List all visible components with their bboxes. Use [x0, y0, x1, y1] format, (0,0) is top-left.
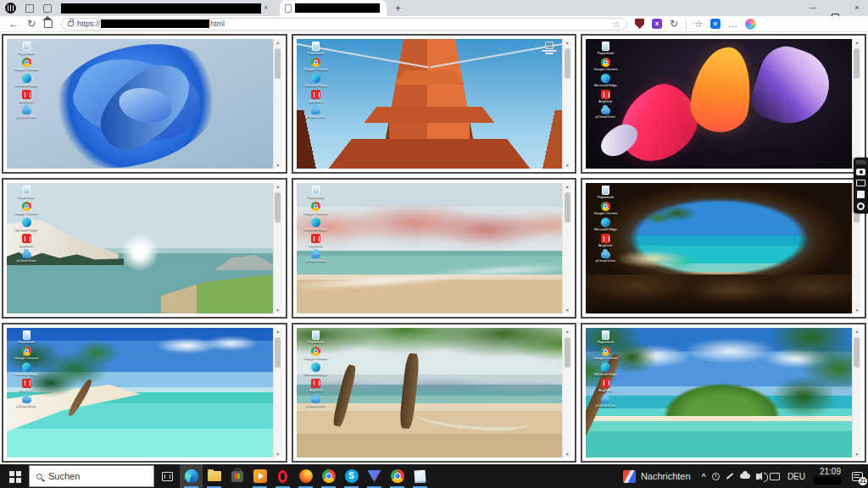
desktop-icon-edge[interactable]: Microsoft Edge	[589, 218, 621, 231]
volume-icon[interactable]	[756, 474, 760, 480]
desktop-icon-anydesk[interactable]: AnyDesk	[10, 379, 42, 392]
scrollbar-track[interactable]	[563, 46, 571, 162]
scrollbar-track[interactable]	[853, 46, 861, 162]
desktop-cell-sunset-beach-clouds[interactable]: PapierkorbGoogle ChromeMicrosoft EdgeAny…	[292, 178, 577, 318]
cell-scrollbar[interactable]: ▲▼	[852, 328, 861, 458]
taskbar-app-firefox[interactable]	[294, 464, 317, 488]
scrollbar-track[interactable]	[274, 46, 282, 162]
desktop-icon-chrome[interactable]: Google Chrome	[300, 347, 332, 360]
desktop-icon-chrome[interactable]: Google Chrome	[300, 58, 332, 71]
task-view-button[interactable]	[154, 464, 180, 488]
tray-pen-icon[interactable]	[726, 473, 733, 480]
taskbar-app-chrome[interactable]	[317, 464, 340, 488]
taskbar-app-file-explorer[interactable]	[203, 464, 225, 488]
desktop-icon-pcloud[interactable]: pCloud Drive	[10, 106, 42, 119]
gear-icon[interactable]	[857, 202, 865, 210]
desktop-corner-icon[interactable]	[542, 42, 557, 54]
scrollbar-track[interactable]	[274, 190, 282, 306]
desktop-icon-edge[interactable]: Microsoft Edge	[10, 363, 42, 376]
scroll-down-icon[interactable]: ▼	[565, 451, 570, 458]
desktop-icon-edge[interactable]: Microsoft Edge	[10, 218, 42, 231]
desktop-cell-palms-green-island[interactable]: PapierkorbGoogle ChromeMicrosoft EdgeAny…	[581, 323, 866, 463]
desktop-icon-anydesk[interactable]: AnyDesk	[300, 234, 332, 247]
taskbar-app-triangle-app[interactable]	[363, 464, 386, 488]
tab-inactive[interactable]: ×	[61, 3, 275, 14]
scrollbar-thumb[interactable]	[275, 192, 281, 223]
desktop-icon-recycle-bin[interactable]: Papierkorb	[589, 330, 621, 344]
cell-scrollbar[interactable]: ▲▼	[273, 328, 282, 458]
cell-scrollbar[interactable]: ▲▼	[273, 183, 282, 313]
cell-scrollbar[interactable]: ▲▼	[562, 328, 571, 458]
desktop-icon-anydesk[interactable]: AnyDesk	[10, 90, 42, 103]
desktop-icon-recycle-bin[interactable]: Papierkorb	[589, 42, 621, 55]
desktop-cell-windows-11-bloom[interactable]: PapierkorbGoogle ChromeMicrosoft EdgeAny…	[2, 34, 287, 174]
sidebar-icon[interactable]: e	[710, 19, 721, 29]
scroll-up-icon[interactable]: ▲	[275, 39, 280, 46]
desktop-icon-chrome[interactable]: Google Chrome	[589, 347, 621, 360]
desktop-icon-chrome[interactable]: Google Chrome	[300, 202, 332, 215]
scrollbar-thumb[interactable]	[275, 337, 281, 368]
language-indicator[interactable]: DEU	[784, 472, 809, 481]
news-widget[interactable]: Nachrichten	[616, 464, 698, 488]
scroll-up-icon[interactable]: ▲	[275, 328, 280, 335]
desktop-cell-hammock-palms-beach[interactable]: PapierkorbGoogle ChromeMicrosoft EdgeAny…	[292, 323, 577, 463]
onedrive-icon[interactable]	[740, 474, 750, 479]
desktop-icon-edge[interactable]: Microsoft Edge	[300, 363, 332, 376]
extension-icon[interactable]: x	[652, 19, 662, 29]
desktop-cell-palm-beach-turquoise[interactable]: PapierkorbGoogle ChromeMicrosoft EdgeAny…	[2, 323, 287, 463]
taskbar-clock[interactable]: 21:09	[809, 468, 846, 485]
minimize-button[interactable]: —	[802, 0, 824, 16]
scroll-down-icon[interactable]: ▼	[275, 162, 280, 169]
scroll-down-icon[interactable]: ▼	[855, 307, 860, 313]
address-bar[interactable]: https:// html ☆	[61, 18, 627, 30]
desktop-icon-recycle-bin[interactable]: Papierkorb	[10, 42, 42, 55]
desktop-icon-anydesk[interactable]: AnyDesk	[300, 90, 332, 103]
desktop-icon-pcloud[interactable]: pCloud Drive	[10, 250, 42, 263]
copilot-icon[interactable]	[745, 19, 756, 30]
desktop-icon-edge[interactable]: Microsoft Edge	[589, 363, 621, 376]
more-menu-icon[interactable]: …	[728, 22, 737, 25]
scrollbar-thumb[interactable]	[854, 337, 860, 368]
desktop-icon-chrome[interactable]: Google Chrome	[589, 202, 621, 215]
desktop-icon-edge[interactable]: Microsoft Edge	[589, 74, 621, 87]
scroll-down-icon[interactable]: ▼	[275, 451, 280, 458]
rotate-extension-icon[interactable]: ↻	[670, 19, 678, 29]
desktop-icon-edge[interactable]: Microsoft Edge	[10, 74, 42, 87]
scroll-up-icon[interactable]: ▲	[565, 328, 570, 335]
taskbar-app-opera[interactable]	[271, 464, 294, 488]
desktop-icon-chrome[interactable]: Google Chrome	[10, 202, 42, 215]
scroll-up-icon[interactable]: ▲	[855, 39, 860, 46]
desktop-icon-recycle-bin[interactable]: Papierkorb	[300, 330, 332, 344]
desktop-icon-anydesk[interactable]: AnyDesk	[589, 379, 621, 392]
back-button[interactable]: ←	[8, 19, 19, 29]
desktop-icon-recycle-bin[interactable]: Papierkorb	[300, 186, 332, 199]
close-button[interactable]: ×	[846, 0, 868, 16]
tab-close-icon[interactable]: ×	[264, 4, 268, 12]
adblock-shield-icon[interactable]	[635, 19, 644, 29]
start-button[interactable]	[0, 464, 29, 488]
scroll-down-icon[interactable]: ▼	[565, 162, 570, 169]
cell-scrollbar[interactable]: ▲▼	[562, 183, 571, 313]
tray-chevron-icon[interactable]: ^	[702, 473, 706, 480]
scrollbar-track[interactable]	[853, 335, 861, 451]
desktop-icon-edge[interactable]: Microsoft Edge	[300, 74, 332, 87]
workspaces-icon[interactable]	[25, 4, 34, 13]
network-display-icon[interactable]	[770, 473, 780, 480]
scroll-up-icon[interactable]: ▲	[275, 183, 280, 190]
cell-scrollbar[interactable]: ▲▼	[273, 39, 282, 169]
taskbar-search[interactable]: Suchen	[29, 465, 154, 487]
desktop-icon-pcloud[interactable]: pCloud Drive	[10, 395, 42, 408]
window-icon[interactable]	[857, 191, 865, 198]
desktop-icon-chrome[interactable]: Google Chrome	[10, 58, 42, 71]
taskbar-app-microsoft-store[interactable]	[225, 464, 248, 488]
taskbar-app-notes[interactable]	[409, 464, 431, 488]
desktop-icon-anydesk[interactable]: AnyDesk	[300, 379, 332, 392]
scrollbar-thumb[interactable]	[854, 48, 860, 79]
desktop-icon-anydesk[interactable]: AnyDesk	[589, 90, 621, 103]
desktop-cell-dark-abstract-ribbons[interactable]: PapierkorbGoogle ChromeMicrosoft EdgeAny…	[581, 34, 866, 174]
scrollbar-track[interactable]	[563, 190, 571, 306]
tray-clock-icon[interactable]	[712, 473, 720, 480]
desktop-icon-pcloud[interactable]: pCloud Drive	[589, 250, 621, 263]
scroll-up-icon[interactable]: ▲	[855, 328, 860, 335]
scrollbar-thumb[interactable]	[565, 337, 570, 368]
